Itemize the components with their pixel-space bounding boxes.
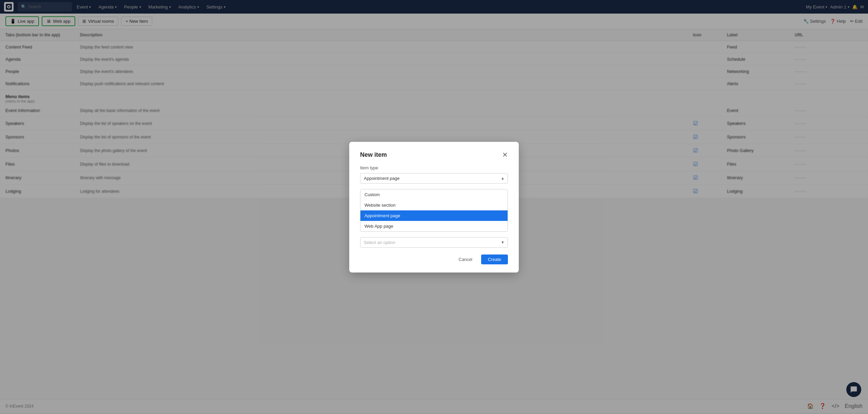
sub-option-select[interactable]: Select an option [360,237,508,248]
modal-header: New item ✕ [360,151,508,158]
cancel-button[interactable]: Cancel [453,255,478,264]
new-item-modal: New item ✕ Item type Appointment page ▲ … [349,142,519,272]
option-custom[interactable]: Custom [360,189,508,200]
option-website-section[interactable]: Website section [360,200,508,210]
item-type-select[interactable]: Appointment page [360,173,508,184]
item-type-dropdown[interactable]: Appointment page ▲ [360,173,508,184]
modal-close-button[interactable]: ✕ [502,151,508,158]
option-web-app-page[interactable]: Web App page [360,221,508,231]
modal-footer: Cancel Create [360,255,508,264]
dropdown-options-list: Custom Website section Appointment page … [360,189,508,232]
sub-option-dropdown[interactable]: Select an option ▼ [360,237,508,248]
item-type-label: Item type [360,165,508,170]
create-button[interactable]: Create [481,255,508,264]
option-appointment-page[interactable]: Appointment page [360,210,508,221]
modal-title: New item [360,151,387,158]
modal-overlay[interactable]: New item ✕ Item type Appointment page ▲ … [0,0,868,413]
